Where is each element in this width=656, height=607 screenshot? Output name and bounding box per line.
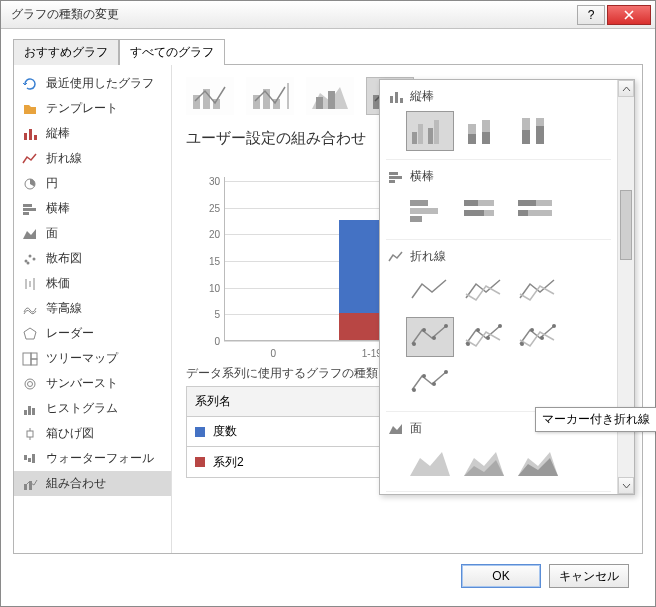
- help-button[interactable]: ?: [577, 5, 605, 25]
- sidebar-item-column[interactable]: 縦棒: [14, 121, 171, 146]
- gallery-category-header: 横棒: [386, 162, 611, 189]
- svg-rect-4: [23, 204, 32, 207]
- combo-icon: [22, 477, 38, 491]
- svg-rect-67: [464, 200, 478, 206]
- combo-chart-icon: [190, 81, 230, 111]
- sidebar-item-waterfall[interactable]: ウォーターフォール: [14, 446, 171, 471]
- combo-chart-icon: [310, 81, 350, 111]
- svg-point-10: [33, 257, 36, 260]
- gallery-item-bar-2[interactable]: [514, 191, 562, 231]
- gallery-item-line-3[interactable]: [406, 317, 454, 357]
- sidebar-item-treemap[interactable]: ツリーマップ: [14, 346, 171, 371]
- gallery-item-column-2[interactable]: [514, 111, 562, 151]
- svg-rect-1: [29, 129, 32, 140]
- column-icon: [388, 90, 404, 104]
- chart-thumb-icon: [408, 366, 452, 400]
- gallery-item-line-4[interactable]: [460, 317, 508, 357]
- svg-rect-22: [28, 406, 31, 415]
- scrollbar-thumb[interactable]: [620, 190, 632, 260]
- sidebar-item-pie[interactable]: 円: [14, 171, 171, 196]
- svg-marker-91: [410, 452, 450, 476]
- sidebar-item-scatter[interactable]: 散布図: [14, 246, 171, 271]
- svg-rect-60: [389, 172, 398, 175]
- sidebar-item-radar[interactable]: レーダー: [14, 321, 171, 346]
- svg-rect-45: [390, 96, 393, 103]
- sidebar-item-histogram[interactable]: ヒストグラム: [14, 396, 171, 421]
- dialog-body: おすすめグラフ すべてのグラフ 最近使用したグラフテンプレート縦棒折れ線円横棒面…: [1, 29, 655, 606]
- gallery-item-bar-0[interactable]: [406, 191, 454, 231]
- sidebar-item-line[interactable]: 折れ線: [14, 146, 171, 171]
- chart-thumb-icon: [462, 320, 506, 354]
- chart-category-sidebar: 最近使用したグラフテンプレート縦棒折れ線円横棒面散布図株価等高線レーダーツリーマ…: [14, 65, 172, 553]
- tab-recommended[interactable]: おすすめグラフ: [13, 39, 119, 65]
- svg-rect-27: [24, 455, 27, 460]
- ok-button[interactable]: OK: [461, 564, 541, 588]
- svg-rect-57: [522, 130, 530, 144]
- gallery-item-bar-1[interactable]: [460, 191, 508, 231]
- svg-point-80: [486, 336, 490, 340]
- sidebar-item-stock[interactable]: 株価: [14, 271, 171, 296]
- sidebar-item-boxplot[interactable]: 箱ひげ図: [14, 421, 171, 446]
- gallery-item-line-1[interactable]: [460, 271, 508, 311]
- gallery-item-line-2[interactable]: [514, 271, 562, 311]
- combo-chart-icon: [250, 81, 290, 111]
- sidebar-item-bar[interactable]: 横棒: [14, 196, 171, 221]
- sidebar-item-template[interactable]: テンプレート: [14, 96, 171, 121]
- gallery-item-column-1[interactable]: [460, 111, 508, 151]
- surface-icon: [22, 302, 38, 316]
- gallery-category-label: 横棒: [410, 168, 434, 185]
- chart-thumb-icon: [516, 274, 560, 308]
- svg-rect-0: [24, 133, 27, 140]
- recent-icon: [22, 77, 38, 91]
- gallery-item-area-1[interactable]: [460, 443, 508, 483]
- gallery-item-column-0[interactable]: [406, 111, 454, 151]
- sidebar-item-label: ヒストグラム: [46, 400, 118, 417]
- svg-rect-24: [27, 431, 33, 437]
- svg-point-83: [530, 328, 534, 332]
- gallery-item-area-0[interactable]: [406, 443, 454, 483]
- svg-rect-16: [23, 353, 31, 365]
- svg-rect-61: [389, 176, 402, 179]
- combo-subtype-2[interactable]: [246, 77, 294, 115]
- svg-point-82: [520, 342, 524, 346]
- sidebar-item-label: 箱ひげ図: [46, 425, 94, 442]
- svg-rect-18: [31, 359, 37, 365]
- gallery-item-area-2[interactable]: [514, 443, 562, 483]
- chart-thumb-icon: [516, 446, 560, 480]
- chart-thumb-icon: [408, 274, 452, 308]
- scroll-down-button[interactable]: [618, 477, 634, 494]
- chart-type-gallery-flyout: 縦棒横棒折れ線面: [379, 79, 635, 495]
- gallery-item-line-0[interactable]: [406, 271, 454, 311]
- cancel-button[interactable]: キャンセル: [549, 564, 629, 588]
- area-icon: [388, 422, 404, 436]
- sidebar-item-label: ツリーマップ: [46, 350, 118, 367]
- sidebar-item-area[interactable]: 面: [14, 221, 171, 246]
- combo-subtype-3[interactable]: [306, 77, 354, 115]
- svg-rect-73: [518, 210, 528, 216]
- scroll-up-button[interactable]: [618, 80, 634, 97]
- sidebar-item-combo[interactable]: 組み合わせ: [14, 471, 171, 496]
- pie-icon: [22, 177, 38, 191]
- tabs: おすすめグラフ すべてのグラフ: [13, 39, 643, 65]
- svg-rect-53: [468, 134, 476, 144]
- y-tick-label: 15: [196, 256, 220, 267]
- svg-point-84: [540, 336, 544, 340]
- scatter-icon: [22, 252, 38, 266]
- series-name: 度数: [213, 423, 237, 440]
- svg-rect-49: [418, 124, 423, 144]
- boxplot-icon: [22, 427, 38, 441]
- gallery-item-line-6[interactable]: [406, 363, 454, 403]
- svg-rect-63: [410, 200, 428, 206]
- bar-icon: [22, 202, 38, 216]
- sidebar-item-surface[interactable]: 等高線: [14, 296, 171, 321]
- svg-rect-64: [410, 208, 438, 214]
- combo-subtype-1[interactable]: [186, 77, 234, 115]
- sidebar-item-recent[interactable]: 最近使用したグラフ: [14, 71, 171, 96]
- tab-all-charts[interactable]: すべてのグラフ: [119, 39, 225, 65]
- svg-point-20: [28, 381, 33, 386]
- sidebar-item-sunburst[interactable]: サンバースト: [14, 371, 171, 396]
- gallery-category-label: 縦棒: [410, 88, 434, 105]
- column-icon: [22, 127, 38, 141]
- close-button[interactable]: [607, 5, 651, 25]
- gallery-item-line-5[interactable]: [514, 317, 562, 357]
